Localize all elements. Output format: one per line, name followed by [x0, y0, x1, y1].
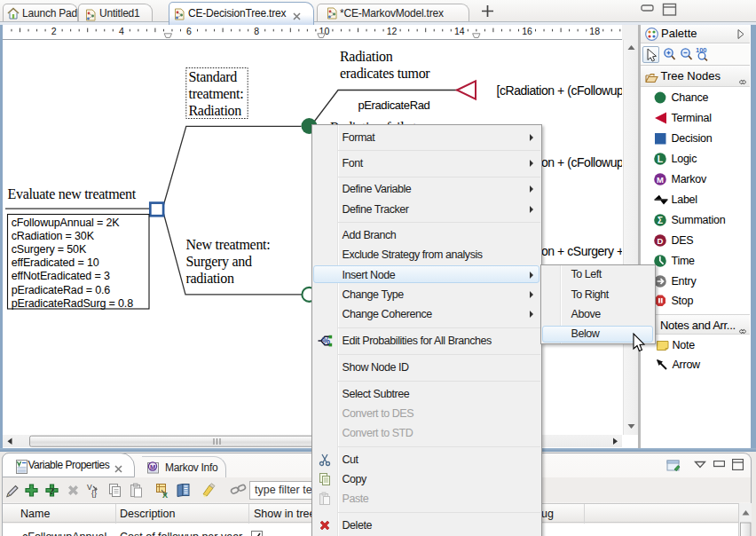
svg-text:L: L [657, 154, 663, 164]
svg-text:cFollowupAnnual = 2K: cFollowupAnnual = 2K [12, 217, 121, 229]
svg-text:New treatment:: New treatment: [186, 237, 271, 252]
svg-text:6: 6 [186, 26, 192, 36]
svg-text:X: X [162, 490, 168, 498]
svg-text:effEradicated = 10: effEradicated = 10 [12, 256, 99, 269]
svg-text:Evaluate new treatment: Evaluate new treatment [8, 186, 137, 201]
svg-text:radiation: radiation [186, 271, 234, 286]
svg-text:{}: {} [91, 489, 97, 498]
svg-text:M: M [150, 462, 155, 470]
svg-text:18: 18 [589, 26, 600, 36]
svg-text:[cRadiation + (cFollowup: [cRadiation + (cFollowup [497, 83, 623, 98]
svg-text:8: 8 [254, 26, 259, 36]
svg-text:Standard: Standard [189, 69, 238, 84]
svg-text:cRadiation = 30K: cRadiation = 30K [12, 230, 95, 242]
svg-text:cSurgery = 50K: cSurgery = 50K [12, 243, 87, 256]
svg-text:12: 12 [387, 26, 398, 36]
svg-text:Σ: Σ [657, 215, 662, 225]
svg-text:Radiation: Radiation [189, 103, 242, 118]
svg-text:treatment:: treatment: [189, 86, 244, 101]
svg-text:eradicates tumor: eradicates tumor [340, 66, 430, 81]
svg-text:D: D [657, 235, 663, 245]
svg-text:pEradicateRad: pEradicateRad [358, 99, 430, 112]
svg-text:effNotEradicated = 3: effNotEradicated = 3 [12, 270, 110, 282]
svg-text:16: 16 [522, 26, 532, 36]
svg-text:M: M [657, 174, 664, 184]
svg-text:?: ? [50, 485, 55, 496]
svg-text:Radiation: Radiation [340, 49, 393, 64]
svg-text:pEradicateRad = 0.6: pEradicateRad = 0.6 [12, 284, 111, 296]
svg-text:Surgery and: Surgery and [186, 254, 252, 270]
svg-text:14: 14 [454, 26, 465, 36]
svg-text:4: 4 [119, 26, 124, 36]
svg-text:2: 2 [51, 26, 57, 36]
svg-text:%: % [321, 335, 330, 346]
svg-text:pEradicateRadSurg = 0.8: pEradicateRadSurg = 0.8 [12, 297, 133, 310]
